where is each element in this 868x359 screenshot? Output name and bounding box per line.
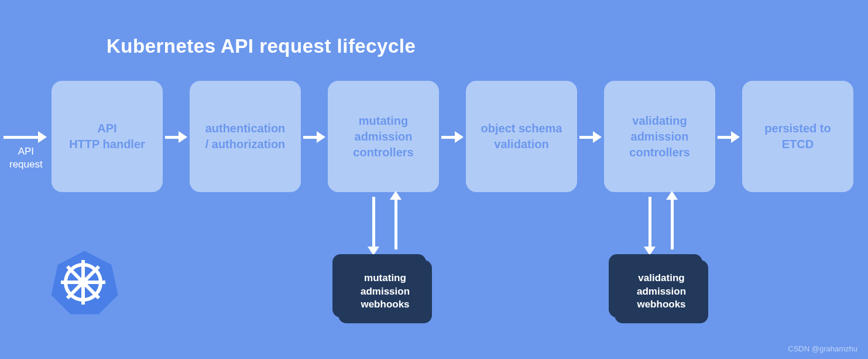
stage-label: mutatingadmissioncontrollers <box>353 113 413 160</box>
kubernetes-logo-icon <box>48 246 118 316</box>
stage-label: APIHTTP handler <box>69 121 145 152</box>
webhook-label: mutatingadmissionwebhooks <box>361 272 410 312</box>
webhook-mutating-admission-webhooks: mutatingadmissionwebhooks <box>332 254 432 323</box>
stage-authentication-authorization: authentication/ authorization <box>190 81 301 192</box>
stage-label: validatingadmissioncontrollers <box>629 113 689 160</box>
arrow-icon <box>441 136 458 139</box>
bidirectional-arrow-icon <box>638 192 685 254</box>
stage-label: object schemavalidation <box>481 121 562 152</box>
stage-api-http-handler: APIHTTP handler <box>52 81 163 192</box>
stage-persisted-to-etcd: persisted toETCD <box>742 81 853 192</box>
webhook-label: validatingadmissionwebhooks <box>637 272 686 312</box>
stage-object-schema-validation: object schemavalidation <box>466 81 577 192</box>
diagram-title: Kubernetes API request lifecycle <box>107 35 416 57</box>
entry-label: APIrequest <box>9 145 43 171</box>
bidirectional-arrow-icon <box>362 192 409 254</box>
arrow-icon <box>4 136 41 139</box>
webhook-validating-admission-webhooks: validatingadmissionwebhooks <box>609 254 708 323</box>
arrow-icon <box>579 136 596 139</box>
watermark-text: CSDN @grahamzhu <box>788 344 857 353</box>
arrow-icon <box>718 136 734 139</box>
stage-label: authentication/ authorization <box>205 121 286 152</box>
stage-mutating-admission-controllers: mutatingadmissioncontrollers <box>328 81 439 192</box>
stage-validating-admission-controllers: validatingadmissioncontrollers <box>604 81 715 192</box>
arrow-icon <box>303 136 320 139</box>
arrow-icon <box>165 136 181 139</box>
stage-label: persisted toETCD <box>764 121 831 152</box>
